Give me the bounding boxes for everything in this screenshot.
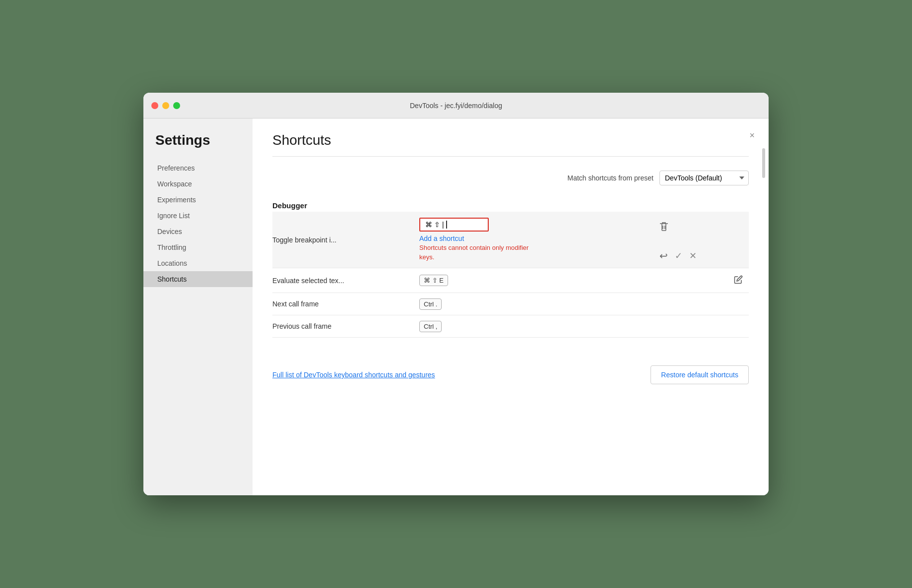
sidebar: Settings Preferences Workspace Experimen… xyxy=(143,118,253,495)
key-input-shift: ⇧ xyxy=(434,221,440,229)
shortcut-name-toggle: Toggle breakpoint i... xyxy=(272,212,411,268)
confirm-shortcut-button[interactable]: ✓ xyxy=(673,249,684,262)
debugger-section-header: Debugger xyxy=(272,201,749,210)
traffic-lights xyxy=(151,102,180,109)
shortcut-row-next-call: Next call frame Ctrl . xyxy=(272,293,749,315)
sidebar-item-preferences[interactable]: Preferences xyxy=(143,160,253,176)
key-input-container: ⌘ ⇧ | xyxy=(419,218,646,232)
window-title: DevTools - jec.fyi/demo/dialog xyxy=(410,102,502,110)
shortcut-row-evaluate: Evaluate selected tex... ⌘ ⇧ E xyxy=(272,268,749,293)
sidebar-item-throttling[interactable]: Throttling xyxy=(143,239,253,255)
restore-defaults-button[interactable]: Restore default shortcuts xyxy=(651,365,749,384)
sidebar-item-ignore-list[interactable]: Ignore List xyxy=(143,208,253,224)
key-badge-evaluate: ⌘ ⇧ E xyxy=(419,275,448,286)
key-input-box[interactable]: ⌘ ⇧ | xyxy=(419,218,489,232)
maximize-traffic-light[interactable] xyxy=(173,102,180,109)
settings-title: Settings xyxy=(143,132,253,160)
cancel-shortcut-button[interactable]: ✕ xyxy=(687,249,699,262)
sidebar-item-devices[interactable]: Devices xyxy=(143,224,253,239)
devtools-window: DevTools - jec.fyi/demo/dialog Settings … xyxy=(143,93,769,495)
titlebar: DevTools - jec.fyi/demo/dialog xyxy=(143,93,769,118)
shortcut-keys-evaluate: ⌘ ⇧ E xyxy=(411,268,653,293)
sidebar-nav: Preferences Workspace Experiments Ignore… xyxy=(143,160,253,287)
close-button[interactable]: × xyxy=(745,128,759,143)
edit-evaluate-button[interactable] xyxy=(732,273,745,288)
sidebar-item-experiments[interactable]: Experiments xyxy=(143,192,253,208)
divider xyxy=(272,156,749,157)
editing-extra: Add a shortcut Shortcuts cannot contain … xyxy=(419,235,646,261)
footer: Full list of DevTools keyboard shortcuts… xyxy=(272,357,749,384)
undo-shortcut-button[interactable]: ↩ xyxy=(657,249,670,263)
preset-select[interactable]: DevTools (Default) Visual Studio Code xyxy=(659,171,749,185)
shortcut-keys-next-call: Ctrl . xyxy=(411,293,653,315)
shortcut-actions-evaluate xyxy=(653,268,749,293)
add-shortcut-link[interactable]: Add a shortcut xyxy=(419,235,646,242)
delete-shortcut-button[interactable] xyxy=(657,220,670,235)
shortcut-actions-toggle: ↩ ✓ ✕ xyxy=(653,212,749,268)
shortcut-keys-prev-call: Ctrl , xyxy=(411,315,653,338)
close-traffic-light[interactable] xyxy=(151,102,158,109)
shortcuts-table: Toggle breakpoint i... ⌘ ⇧ | xyxy=(272,212,749,338)
shortcut-actions-next-call xyxy=(653,293,749,315)
shortcut-keys-toggle: ⌘ ⇧ | Add a shortcut Shortcuts cannot co… xyxy=(411,212,653,268)
shortcut-name-next-call: Next call frame xyxy=(272,293,411,315)
preset-label: Match shortcuts from preset xyxy=(567,174,653,182)
shortcut-name-evaluate: Evaluate selected tex... xyxy=(272,268,411,293)
sidebar-item-shortcuts[interactable]: Shortcuts xyxy=(143,271,253,287)
sidebar-item-locations[interactable]: Locations xyxy=(143,255,253,271)
scrollbar-track[interactable] xyxy=(762,148,766,485)
full-list-link[interactable]: Full list of DevTools keyboard shortcuts… xyxy=(272,371,435,379)
shortcut-name-prev-call: Previous call frame xyxy=(272,315,411,338)
scrollbar-thumb xyxy=(762,148,765,178)
error-text: Shortcuts cannot contain only modifierke… xyxy=(419,243,646,261)
preset-row: Match shortcuts from preset DevTools (De… xyxy=(272,171,749,185)
sidebar-item-workspace[interactable]: Workspace xyxy=(143,176,253,192)
cursor xyxy=(446,221,447,229)
page-title: Shortcuts xyxy=(272,132,749,148)
shortcut-row-toggle-breakpoint: Toggle breakpoint i... ⌘ ⇧ | xyxy=(272,212,749,268)
key-badge-next-call: Ctrl . xyxy=(419,298,442,310)
key-badge-prev-call: Ctrl , xyxy=(419,321,442,332)
shortcut-row-prev-call: Previous call frame Ctrl , xyxy=(272,315,749,338)
window-content: Settings Preferences Workspace Experimen… xyxy=(143,118,769,495)
main-content: × Shortcuts Match shortcuts from preset … xyxy=(253,118,769,495)
shortcut-actions-prev-call xyxy=(653,315,749,338)
minimize-traffic-light[interactable] xyxy=(162,102,169,109)
key-input-pipe: | xyxy=(442,221,444,229)
key-input-cmd: ⌘ xyxy=(425,221,432,229)
